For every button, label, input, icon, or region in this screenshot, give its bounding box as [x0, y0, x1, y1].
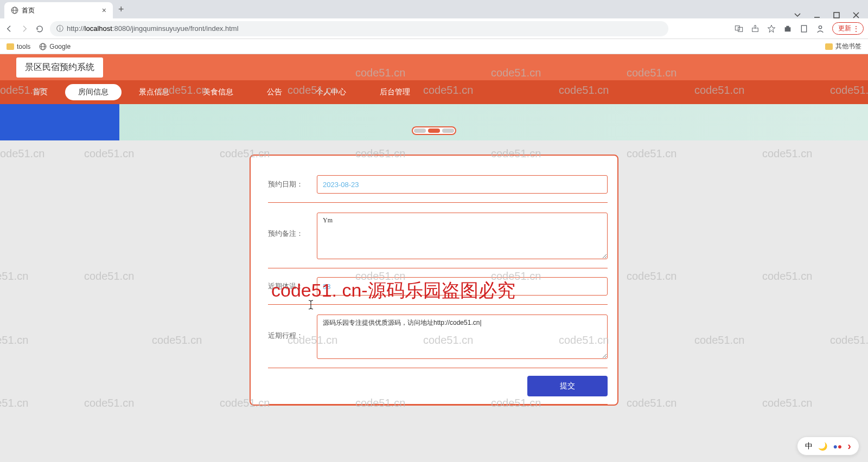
ime-lang[interactable]: 中	[805, 441, 813, 451]
reload-button[interactable]	[35, 24, 44, 34]
folder-icon	[7, 43, 14, 50]
folder-icon	[825, 43, 833, 50]
browser-tab[interactable]: 首页 ×	[4, 2, 113, 18]
bookmark-google[interactable]: Google	[39, 43, 71, 50]
address-bar: ⓘ http://localhost:8080/jingquminsuyuyue…	[0, 18, 868, 39]
label-temp: 近期体温：	[268, 281, 317, 291]
browser-chrome: 首页 × + ⓘ http://localhost:8080/jingqumin…	[0, 0, 868, 54]
bookmark-tools[interactable]: tools	[7, 43, 30, 50]
svg-rect-8	[801, 25, 806, 32]
bookmark-other[interactable]: 其他书签	[825, 42, 861, 51]
input-trip[interactable]	[317, 315, 608, 359]
pager-dot-2[interactable]	[428, 129, 440, 133]
ime-dots[interactable]: ●●	[833, 442, 842, 451]
window-controls	[786, 12, 868, 18]
tab-title: 首页	[22, 6, 35, 15]
input-note[interactable]	[317, 213, 608, 259]
maximize-icon[interactable]	[833, 12, 840, 18]
nav-bar: 首页 房间信息 景点信息 美食信息 公告 个人中心 后台管理	[0, 80, 868, 104]
close-window-icon[interactable]	[853, 12, 859, 18]
pager-dot-3[interactable]	[442, 129, 454, 133]
toolbar-icons: 更新⋮	[735, 22, 864, 35]
site-info-icon[interactable]: ⓘ	[56, 24, 63, 34]
nav-food[interactable]: 美食信息	[187, 83, 250, 101]
back-button[interactable]	[4, 24, 14, 34]
ime-bar[interactable]: 中 🌙 ●● ›	[797, 437, 859, 455]
reading-list-icon[interactable]	[800, 24, 808, 33]
booking-form: 预约日期： 预约备注： 近期体温： 近期行程： 提交	[250, 155, 618, 406]
nav-admin[interactable]: 后台管理	[363, 83, 426, 101]
row-date: 预约日期：	[268, 166, 608, 203]
forward-button[interactable]	[20, 24, 29, 34]
row-temp: 近期体温：	[268, 268, 608, 305]
submit-button[interactable]: 提交	[527, 376, 608, 396]
pager-dot-1[interactable]	[414, 129, 426, 133]
header-bar: 景区民宿预约系统	[0, 54, 868, 80]
chevron-right-icon[interactable]: ›	[847, 440, 851, 452]
nav-rooms[interactable]: 房间信息	[65, 84, 122, 100]
globe-icon	[11, 7, 18, 14]
svg-rect-5	[735, 25, 739, 30]
row-submit: 提交	[268, 368, 608, 405]
moon-icon[interactable]: 🌙	[818, 442, 827, 451]
nav-profile[interactable]: 个人中心	[299, 83, 362, 101]
tab-bar: 首页 × +	[0, 0, 868, 18]
extensions-icon[interactable]	[783, 24, 792, 33]
row-trip: 近期行程：	[268, 305, 608, 368]
page-content: code51.cn code51.cn code51.cn code51.cn …	[0, 54, 868, 462]
nav-home[interactable]: 首页	[16, 83, 64, 101]
input-temp[interactable]	[317, 277, 608, 296]
svg-rect-6	[738, 27, 743, 31]
share-icon[interactable]	[751, 24, 760, 33]
chevron-down-icon[interactable]	[794, 12, 801, 18]
banner	[0, 104, 868, 140]
banner-image	[0, 104, 119, 140]
nav-attractions[interactable]: 景点信息	[123, 83, 186, 101]
url-input[interactable]: ⓘ http://localhost:8080/jingquminsuyuyue…	[50, 21, 668, 36]
nav-notice[interactable]: 公告	[251, 83, 298, 101]
bookmark-bar: tools Google 其他书签	[0, 39, 868, 54]
label-date: 预约日期：	[268, 179, 317, 189]
content-area: 预约日期： 预约备注： 近期体温： 近期行程： 提交	[0, 140, 868, 406]
gtranslate-icon[interactable]	[735, 24, 743, 33]
minimize-icon[interactable]	[814, 12, 820, 18]
bookmark-star-icon[interactable]	[767, 24, 776, 33]
close-icon[interactable]: ×	[102, 6, 106, 15]
input-date[interactable]	[317, 175, 608, 194]
globe-icon	[39, 43, 47, 50]
url-text: http://localhost:8080/jingquminsuyuyue/f…	[67, 24, 239, 33]
row-note: 预约备注：	[268, 203, 608, 268]
banner-pager	[412, 126, 456, 135]
svg-point-9	[819, 25, 821, 28]
label-note: 预约备注：	[268, 229, 317, 239]
svg-rect-4	[834, 12, 839, 18]
update-button[interactable]: 更新⋮	[832, 22, 864, 35]
site-title: 景区民宿预约系统	[16, 57, 103, 78]
new-tab-button[interactable]: +	[113, 1, 130, 18]
profile-icon[interactable]	[816, 24, 825, 33]
label-trip: 近期行程：	[268, 331, 317, 341]
